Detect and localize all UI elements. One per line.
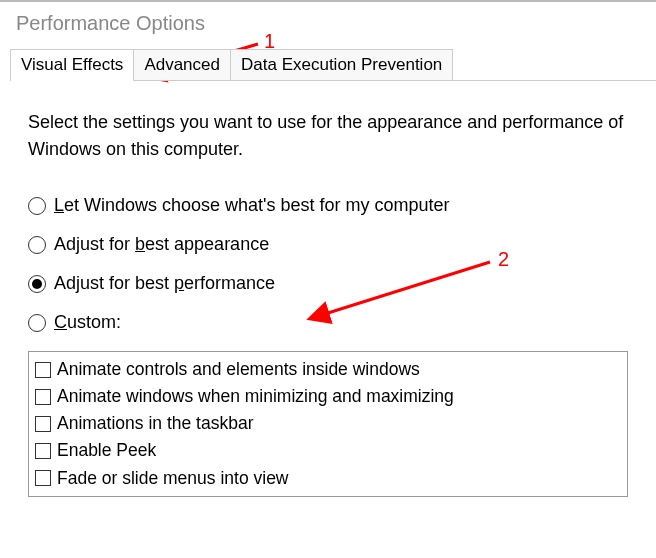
radio-custom[interactable]: Custom: — [28, 312, 628, 333]
radio-group: Let Windows choose what's best for my co… — [28, 195, 628, 333]
option-label: Animations in the taskbar — [57, 410, 254, 437]
checkbox-icon — [35, 362, 51, 378]
window-title: Performance Options — [0, 0, 656, 49]
option-label: Animate controls and elements inside win… — [57, 356, 420, 383]
option-fade-menus[interactable]: Fade or slide menus into view — [35, 465, 621, 492]
tab-dep[interactable]: Data Execution Prevention — [230, 49, 453, 80]
radio-icon — [28, 314, 46, 332]
option-animate-controls[interactable]: Animate controls and elements inside win… — [35, 356, 621, 383]
custom-options-list[interactable]: Animate controls and elements inside win… — [28, 351, 628, 497]
option-label: Fade or slide menus into view — [57, 465, 289, 492]
radio-label: Custom: — [54, 312, 121, 333]
checkbox-icon — [35, 416, 51, 432]
radio-label: Adjust for best performance — [54, 273, 275, 294]
option-enable-peek[interactable]: Enable Peek — [35, 437, 621, 464]
checkbox-icon — [35, 470, 51, 486]
radio-best-appearance[interactable]: Adjust for best appearance — [28, 234, 628, 255]
radio-icon — [28, 275, 46, 293]
option-animations-taskbar[interactable]: Animations in the taskbar — [35, 410, 621, 437]
intro-text: Select the settings you want to use for … — [28, 109, 628, 163]
radio-label: Let Windows choose what's best for my co… — [54, 195, 450, 216]
option-animate-windows[interactable]: Animate windows when minimizing and maxi… — [35, 383, 621, 410]
radio-let-windows[interactable]: Let Windows choose what's best for my co… — [28, 195, 628, 216]
tab-panel-visual-effects: Select the settings you want to use for … — [0, 81, 656, 507]
tab-advanced[interactable]: Advanced — [133, 49, 231, 80]
radio-best-performance[interactable]: Adjust for best performance — [28, 273, 628, 294]
checkbox-icon — [35, 389, 51, 405]
option-label: Enable Peek — [57, 437, 156, 464]
radio-icon — [28, 197, 46, 215]
tab-visual-effects[interactable]: Visual Effects — [10, 49, 134, 80]
tab-strip: Visual Effects Advanced Data Execution P… — [10, 49, 656, 81]
option-label: Animate windows when minimizing and maxi… — [57, 383, 454, 410]
radio-icon — [28, 236, 46, 254]
radio-label: Adjust for best appearance — [54, 234, 269, 255]
checkbox-icon — [35, 443, 51, 459]
